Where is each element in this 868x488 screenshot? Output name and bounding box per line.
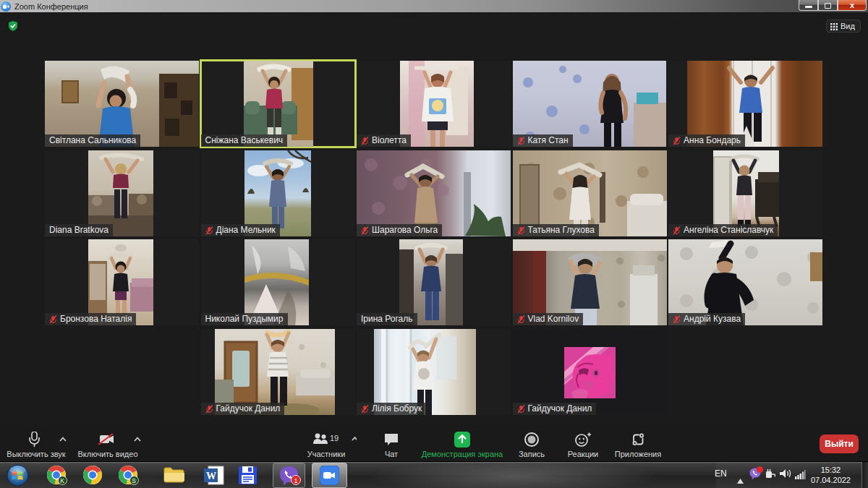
svg-text:W: W xyxy=(206,471,216,481)
svg-text:S: S xyxy=(132,477,136,484)
svg-text:19: 19 xyxy=(330,434,339,442)
svg-text:1: 1 xyxy=(294,477,298,484)
svg-text:K: K xyxy=(60,477,64,484)
